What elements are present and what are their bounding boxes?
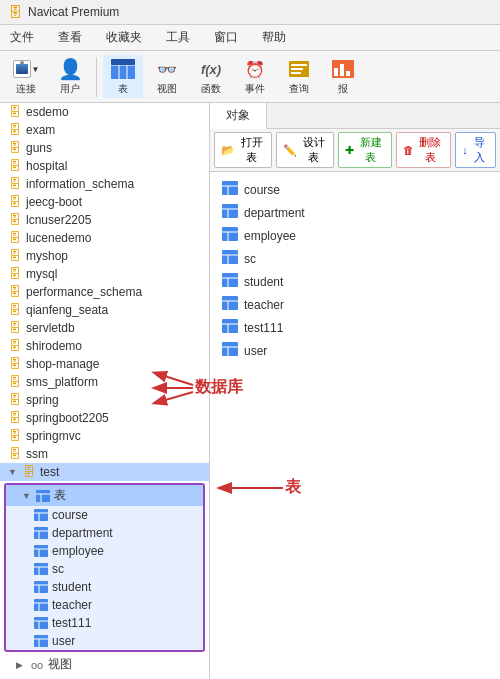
menu-view[interactable]: 查看 xyxy=(52,27,88,48)
svg-rect-52 xyxy=(222,273,238,287)
right-table-user[interactable]: user xyxy=(218,339,492,362)
db-icon: 🗄 xyxy=(8,339,22,353)
table-icon xyxy=(222,204,238,221)
category-table[interactable]: ▼ 表 xyxy=(6,485,203,506)
right-table-test111[interactable]: test111 xyxy=(218,316,492,339)
db-servletdb[interactable]: 🗄 servletdb xyxy=(0,319,209,337)
db-icon: 🗄 xyxy=(8,159,22,173)
table-icon xyxy=(34,562,48,576)
import-button[interactable]: ↓ 导入 xyxy=(455,132,496,168)
db-spring[interactable]: 🗄 spring xyxy=(0,391,209,409)
right-table-sc[interactable]: sc xyxy=(218,247,492,270)
db-exam[interactable]: 🗄 exam xyxy=(0,121,209,139)
event-button[interactable]: ⏰ 事件 xyxy=(235,55,275,98)
table-icon xyxy=(222,296,238,313)
report-icon xyxy=(329,57,357,81)
svg-rect-34 xyxy=(34,617,48,629)
view-label: 视图 xyxy=(157,82,177,96)
toolbar-sep-1 xyxy=(96,57,97,97)
function-icon: f(x) xyxy=(197,57,225,81)
view-icon: 👓 xyxy=(153,57,181,81)
table-course[interactable]: course xyxy=(6,506,203,524)
right-content: course department employee xyxy=(210,172,500,679)
tab-objects[interactable]: 对象 xyxy=(210,103,267,129)
db-performance-schema[interactable]: 🗄 performance_schema xyxy=(0,283,209,301)
db-shop-manage[interactable]: 🗄 shop-manage xyxy=(0,355,209,373)
db-icon: 🗄 xyxy=(8,429,22,443)
right-table-student[interactable]: student xyxy=(218,270,492,293)
report-button[interactable]: 报 xyxy=(323,55,363,98)
db-mysql[interactable]: 🗄 mysql xyxy=(0,265,209,283)
svg-rect-46 xyxy=(222,227,238,241)
user-icon: 👤 xyxy=(56,57,84,81)
svg-rect-13 xyxy=(36,490,50,502)
db-springboot2205[interactable]: 🗄 springboot2205 xyxy=(0,409,209,427)
db-jeecg-boot[interactable]: 🗄 jeecg-boot xyxy=(0,193,209,211)
db-shirodemo[interactable]: 🗄 shirodemo xyxy=(0,337,209,355)
table-teacher[interactable]: teacher xyxy=(6,596,203,614)
right-table-employee[interactable]: employee xyxy=(218,224,492,247)
menu-tools[interactable]: 工具 xyxy=(160,27,196,48)
db-guns[interactable]: 🗄 guns xyxy=(0,139,209,157)
db-hospital[interactable]: 🗄 hospital xyxy=(0,157,209,175)
menu-file[interactable]: 文件 xyxy=(4,27,40,48)
right-table-teacher[interactable]: teacher xyxy=(218,293,492,316)
db-lucenedemo[interactable]: 🗄 lucenedemo xyxy=(0,229,209,247)
query-button[interactable]: 查询 xyxy=(279,55,319,98)
db-qianfeng-seata[interactable]: 🗄 qianfeng_seata xyxy=(0,301,209,319)
table-employee[interactable]: employee xyxy=(6,542,203,560)
right-table-course[interactable]: course xyxy=(218,178,492,201)
connect-button[interactable]: ▼ 连接 xyxy=(6,55,46,98)
table-test111[interactable]: test111 xyxy=(6,614,203,632)
db-sms-platform[interactable]: 🗄 sms_platform xyxy=(0,373,209,391)
menu-help[interactable]: 帮助 xyxy=(256,27,292,48)
report-label: 报 xyxy=(338,82,348,96)
table-sc[interactable]: sc xyxy=(6,560,203,578)
db-icon: 🗄 xyxy=(8,393,22,407)
db-icon: 🗄 xyxy=(8,231,22,245)
svg-rect-11 xyxy=(340,64,344,76)
db-information-schema[interactable]: 🗄 information_schema xyxy=(0,175,209,193)
app-title: Navicat Premium xyxy=(28,5,119,19)
new-table-button[interactable]: ✚ 新建表 xyxy=(338,132,392,168)
design-table-button[interactable]: ✏️ 设计表 xyxy=(276,132,334,168)
db-icon: 🗄 xyxy=(8,321,22,335)
db-springmvc[interactable]: 🗄 springmvc xyxy=(0,427,209,445)
table-icon xyxy=(34,634,48,648)
table-icon xyxy=(34,598,48,612)
table-user[interactable]: user xyxy=(6,632,203,650)
table-department[interactable]: department xyxy=(6,524,203,542)
svg-rect-22 xyxy=(34,545,48,557)
view-button[interactable]: 👓 视图 xyxy=(147,55,187,98)
tree-container[interactable]: 🗄 esdemo 🗄 exam 🗄 guns 🗄 hospital 🗄 xyxy=(0,103,209,679)
db-myshop[interactable]: 🗄 myshop xyxy=(0,247,209,265)
delete-table-button[interactable]: 🗑 删除表 xyxy=(396,132,451,168)
table-icon xyxy=(222,227,238,244)
connect-label: 连接 xyxy=(16,82,36,96)
db-icon: 🗄 xyxy=(8,285,22,299)
table-button[interactable]: 表 xyxy=(103,55,143,98)
event-icon: ⏰ xyxy=(241,57,269,81)
function-button[interactable]: f(x) 函数 xyxy=(191,55,231,98)
menu-favorites[interactable]: 收藏夹 xyxy=(100,27,148,48)
user-button[interactable]: 👤 用户 xyxy=(50,55,90,98)
db-icon: 🗄 xyxy=(8,303,22,317)
table-student[interactable]: student xyxy=(6,578,203,596)
svg-rect-6 xyxy=(291,64,307,66)
db-lcnuser2205[interactable]: 🗄 lcnuser2205 xyxy=(0,211,209,229)
open-table-button[interactable]: 📂 打开表 xyxy=(214,132,272,168)
db-test[interactable]: ▼ 🗄 test xyxy=(0,463,209,481)
db-ssm[interactable]: 🗄 ssm xyxy=(0,445,209,463)
view-category-icon: oo xyxy=(30,658,44,672)
user-label: 用户 xyxy=(60,82,80,96)
menu-window[interactable]: 窗口 xyxy=(208,27,244,48)
db-icon: 🗄 xyxy=(8,447,22,461)
svg-rect-19 xyxy=(34,527,48,539)
category-function[interactable]: ▶ fi 函数 xyxy=(0,675,209,679)
table-icon xyxy=(34,580,48,594)
event-label: 事件 xyxy=(245,82,265,96)
table-category-icon xyxy=(36,489,50,503)
right-table-department[interactable]: department xyxy=(218,201,492,224)
category-view[interactable]: ▶ oo 视图 xyxy=(0,654,209,675)
db-esdemo[interactable]: 🗄 esdemo xyxy=(0,103,209,121)
